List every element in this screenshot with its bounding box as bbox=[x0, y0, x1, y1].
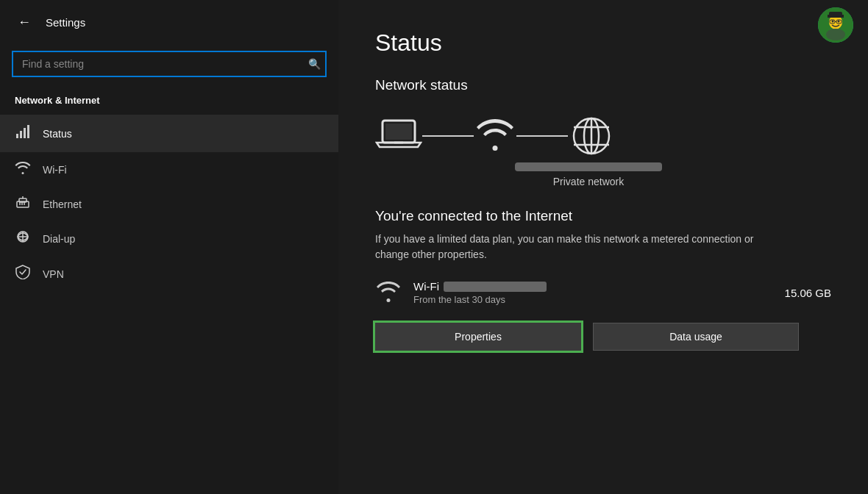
wifi-row: Wi-Fi From the last 30 days 15.06 GB bbox=[375, 280, 831, 305]
search-box[interactable]: 🔍 bbox=[12, 51, 327, 77]
network-status-heading: Network status bbox=[375, 77, 831, 93]
sidebar-item-wifi[interactable]: Wi-Fi bbox=[0, 152, 338, 187]
network-diagram bbox=[375, 114, 831, 158]
sidebar-item-label-wifi: Wi-Fi bbox=[43, 164, 67, 176]
sidebar-item-ethernet[interactable]: Ethernet bbox=[0, 187, 338, 221]
wifi-label: Wi-Fi bbox=[413, 280, 439, 293]
sidebar-item-label-ethernet: Ethernet bbox=[43, 198, 82, 210]
avatar bbox=[818, 7, 853, 43]
ssid-blur-area bbox=[346, 162, 831, 171]
connected-heading: You're connected to the Internet bbox=[375, 208, 831, 224]
sidebar-item-status[interactable]: Status bbox=[0, 115, 338, 152]
back-button[interactable]: ← bbox=[15, 12, 34, 33]
svg-rect-17 bbox=[829, 12, 842, 17]
vpn-icon bbox=[15, 265, 31, 283]
ethernet-icon bbox=[15, 196, 31, 212]
svg-rect-2 bbox=[24, 128, 26, 138]
svg-rect-1 bbox=[20, 131, 22, 138]
section-label: Network & Internet bbox=[0, 89, 338, 115]
button-row: Properties Data usage bbox=[375, 323, 831, 351]
connector-left bbox=[422, 135, 474, 137]
wifi-info: Wi-Fi From the last 30 days bbox=[413, 280, 773, 305]
sidebar-item-label-dialup: Dial-up bbox=[43, 233, 75, 245]
wifi-name-row: Wi-Fi bbox=[413, 280, 773, 293]
main-content: Status Network status bbox=[338, 0, 868, 494]
svg-rect-0 bbox=[16, 134, 18, 138]
svg-rect-3 bbox=[27, 125, 29, 138]
laptop-icon bbox=[375, 116, 422, 156]
status-icon bbox=[15, 124, 31, 143]
page-title: Status bbox=[375, 29, 831, 57]
properties-button[interactable]: Properties bbox=[375, 323, 581, 351]
svg-point-15 bbox=[826, 29, 845, 40]
wifi-days: From the last 30 days bbox=[413, 294, 773, 305]
app-title: Settings bbox=[46, 16, 85, 29]
search-input[interactable] bbox=[12, 51, 327, 77]
globe-icon bbox=[568, 114, 615, 158]
sidebar: ← Settings 🔍 Network & Internet Status W… bbox=[0, 0, 338, 494]
data-usage-button[interactable]: Data usage bbox=[593, 323, 799, 351]
sidebar-item-label-vpn: VPN bbox=[43, 268, 64, 280]
svg-rect-24 bbox=[385, 124, 412, 140]
dialup-icon bbox=[15, 230, 31, 247]
sidebar-item-dialup[interactable]: Dial-up bbox=[0, 221, 338, 256]
sidebar-header: ← Settings bbox=[0, 0, 338, 45]
search-icon[interactable]: 🔍 bbox=[308, 58, 321, 70]
sidebar-item-vpn[interactable]: VPN bbox=[0, 256, 338, 292]
network-label: Private network bbox=[346, 176, 831, 187]
svg-point-18 bbox=[832, 21, 834, 23]
sidebar-item-label-status: Status bbox=[43, 128, 72, 140]
wifi-icon bbox=[15, 161, 31, 178]
wifi-row-icon bbox=[375, 281, 402, 304]
connector-right bbox=[516, 135, 568, 137]
wifi-data-usage: 15.06 GB bbox=[785, 287, 831, 299]
svg-point-19 bbox=[838, 21, 840, 23]
connected-desc: If you have a limited data plan, you can… bbox=[375, 232, 787, 262]
wifi-signal-icon bbox=[474, 116, 516, 156]
